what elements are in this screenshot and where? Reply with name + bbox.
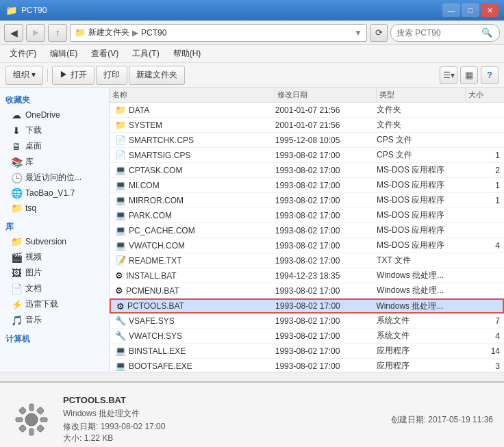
sidebar-item-video[interactable]: 🎬 视频: [0, 249, 109, 265]
col-date-header[interactable]: 修改日期: [275, 88, 377, 103]
table-row[interactable]: 📁 DATA 2001-01-07 21:56 文件夹: [110, 103, 504, 118]
col-size-header[interactable]: 大小: [466, 88, 504, 103]
folder-icon-small: 📁: [75, 27, 86, 38]
file-list: 名称 修改日期 类型 大小 📁 DATA 2001-01-07 21:56 文件…: [110, 88, 504, 372]
file-rows-container: 📁 DATA 2001-01-07 21:56 文件夹 📁 SYSTEM 200…: [110, 103, 504, 372]
file-name: MI.COM: [129, 181, 160, 190]
open-button[interactable]: ▶ 打开: [52, 66, 94, 85]
file-date: 1994-12-23 18:35: [275, 271, 377, 281]
table-row[interactable]: 📄 SMARTSIG.CPS 1993-08-02 17:00 CPS 文件 1: [110, 148, 504, 163]
file-size: 1: [466, 196, 504, 205]
table-row[interactable]: 💻 MI.COM 1993-08-02 17:00 MS-DOS 应用程序 1: [110, 178, 504, 193]
table-row[interactable]: 🔧 VSAFE.SYS 1993-08-02 17:00 系统文件 7: [110, 314, 504, 329]
sidebar-item-taobao[interactable]: 🌐 TaoBao_V1.7: [0, 186, 109, 201]
file-date: 1993-08-02 17:00: [275, 316, 377, 326]
search-input[interactable]: [396, 28, 479, 38]
file-date: 1993-08-02 17:00: [275, 166, 377, 175]
file-date: 1993-08-02 17:00: [275, 256, 377, 266]
file-type: 应用程序: [377, 345, 466, 357]
recent-icon: 🕒: [11, 173, 22, 183]
table-row[interactable]: ⚙ INSTALL.BAT 1994-12-23 18:35 Windows 批…: [110, 268, 504, 283]
col-type-header[interactable]: 类型: [377, 88, 466, 103]
download-icon: ⬇: [11, 125, 22, 136]
pictures-icon: 🖼: [11, 268, 22, 279]
menu-view[interactable]: 查看(V): [84, 46, 125, 62]
breadcrumb-sep: ▶: [132, 28, 138, 38]
file-type: 系统文件: [377, 315, 466, 327]
titlebar-controls: — □ ✕: [442, 3, 499, 17]
menu-help[interactable]: 帮助(H): [166, 46, 208, 62]
search-icon[interactable]: 🔍: [481, 27, 492, 38]
back-button[interactable]: ◀: [4, 24, 23, 42]
sidebar-item-subversion[interactable]: 📁 Subversion: [0, 234, 109, 249]
menu-file[interactable]: 文件(F): [3, 46, 43, 62]
file-type: 文件夹: [377, 104, 466, 116]
sidebar-item-recent[interactable]: 🕒 最近访问的位...: [0, 170, 109, 186]
sidebar-item-library[interactable]: 📚 库: [0, 154, 109, 170]
table-row[interactable]: ⚙ PCTOOLS.BAT 1993-08-02 17:00 Windows 批…: [110, 298, 504, 314]
file-icon: 💻: [115, 165, 126, 175]
table-row[interactable]: 📁 SYSTEM 2001-01-07 21:56 文件夹: [110, 118, 504, 133]
table-row[interactable]: 💻 PC_CACHE.COM 1993-08-02 17:00 MS-DOS 应…: [110, 223, 504, 238]
file-type: MS-DOS 应用程序: [377, 179, 466, 191]
favorites-title: 收藏夹: [0, 92, 109, 107]
table-row[interactable]: 💻 BINSTALL.EXE 1993-08-02 17:00 应用程序 14: [110, 344, 504, 359]
file-name: PC_CACHE.COM: [129, 226, 195, 235]
view-toggle-button[interactable]: ☰▾: [440, 66, 457, 84]
file-type: MS-DOS 应用程序: [377, 194, 466, 206]
horizontal-scrollbar[interactable]: [0, 372, 504, 381]
file-icon: 📁: [115, 105, 126, 115]
sidebar-item-download[interactable]: ⬇ 下载: [0, 123, 109, 138]
sidebar-item-subversion-label: Subversion: [25, 237, 66, 246]
help-button[interactable]: ?: [481, 66, 499, 84]
menubar: 文件(F) 编辑(E) 查看(V) 工具(T) 帮助(H): [0, 45, 504, 63]
maximize-button[interactable]: □: [462, 3, 479, 17]
menu-edit[interactable]: 编辑(E): [43, 46, 84, 62]
table-row[interactable]: 💻 MIRROR.COM 1993-08-02 17:00 MS-DOS 应用程…: [110, 193, 504, 208]
view-details-button[interactable]: ▦: [460, 66, 478, 84]
table-row[interactable]: 🔧 VWATCH.SYS 1993-08-02 17:00 系统文件 4: [110, 329, 504, 344]
up-button[interactable]: ↑: [48, 24, 67, 42]
table-row[interactable]: 💻 PARK.COM 1993-08-02 17:00 MS-DOS 应用程序: [110, 208, 504, 223]
sidebar-item-tsq[interactable]: 📁 tsq: [0, 201, 109, 216]
menu-tools[interactable]: 工具(T): [125, 46, 166, 62]
sidebar-item-documents[interactable]: 📄 文档: [0, 281, 109, 296]
organize-button[interactable]: 组织 ▾: [5, 66, 43, 85]
sidebar-item-desktop-label: 桌面: [25, 140, 42, 152]
minimize-button[interactable]: —: [442, 3, 460, 17]
svg-rect-8: [36, 424, 44, 432]
file-icon: 📄: [115, 135, 126, 145]
file-size: 2: [466, 166, 504, 175]
new-folder-button[interactable]: 新建文件夹: [129, 66, 185, 85]
sidebar-item-documents-label: 文档: [25, 283, 42, 294]
file-date: 1993-08-02 17:00: [275, 151, 377, 160]
table-row[interactable]: 💻 BOOTSAFE.EXE 1993-08-02 17:00 应用程序 3: [110, 359, 504, 372]
file-type: MS-DOS 应用程序: [377, 240, 466, 251]
file-icon: ⚙: [116, 301, 125, 311]
sidebar-item-onedrive[interactable]: ☁ OneDrive: [0, 107, 109, 123]
sidebar-item-desktop[interactable]: 🖥 桌面: [0, 138, 109, 154]
breadcrumb-arrow: ▼: [354, 28, 362, 38]
table-row[interactable]: ⚙ PCMENU.BAT 1993-08-02 17:00 Windows 批处…: [110, 283, 504, 298]
file-type: CPS 文件: [377, 134, 466, 146]
file-type: Windows 批处理...: [377, 270, 466, 281]
close-button[interactable]: ✕: [481, 3, 499, 17]
table-row[interactable]: 💻 CPTASK.COM 1993-08-02 17:00 MS-DOS 应用程…: [110, 163, 504, 178]
file-icon: ⚙: [115, 270, 123, 281]
library-section-title: 库: [0, 218, 109, 234]
sidebar-item-music[interactable]: 🎵 音乐: [0, 312, 109, 328]
preview-icon: [11, 399, 52, 440]
table-row[interactable]: 📝 README.TXT 1993-08-02 17:00 TXT 文件: [110, 253, 504, 268]
table-row[interactable]: 📄 SMARTCHK.CPS 1995-12-08 10:05 CPS 文件: [110, 133, 504, 148]
print-button[interactable]: 打印: [96, 66, 127, 85]
table-row[interactable]: 💻 VWATCH.COM 1993-08-02 17:00 MS-DOS 应用程…: [110, 238, 504, 253]
forward-button[interactable]: ▶: [26, 24, 45, 42]
col-name-header[interactable]: 名称: [110, 88, 275, 103]
documents-icon: 📄: [11, 283, 22, 294]
file-type: CPS 文件: [377, 149, 466, 161]
preview-size: 大小: 1.22 KB: [63, 433, 380, 444]
refresh-button[interactable]: ⟳: [370, 24, 388, 42]
sidebar-item-thunder[interactable]: ⚡ 迅雷下载: [0, 296, 109, 312]
sidebar-item-pictures[interactable]: 🖼 图片: [0, 265, 109, 281]
addressbar: ◀ ▶ ↑ 📁 新建文件夹 ▶ PCT90 ▼ ⟳ 🔍: [0, 21, 504, 45]
